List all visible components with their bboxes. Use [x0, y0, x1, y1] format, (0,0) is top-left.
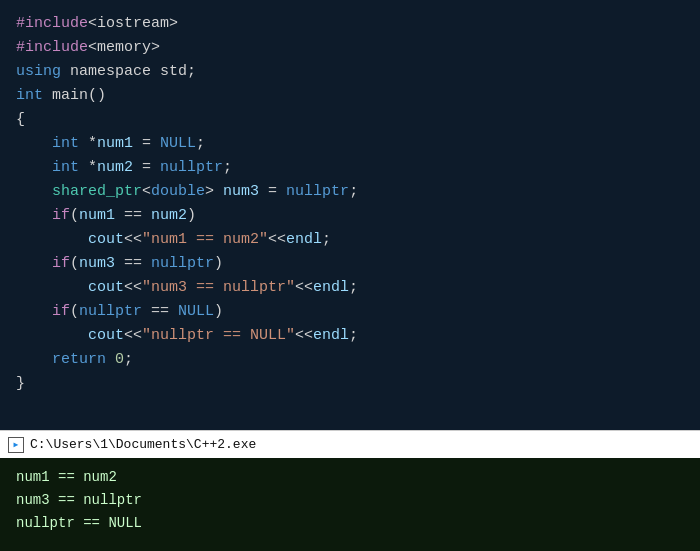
output-line-1: num1 == num2 [16, 466, 684, 489]
preprocessor: #include [16, 36, 88, 60]
code-line: if(nullptr == NULL) [16, 300, 684, 324]
terminal-icon [8, 437, 24, 453]
program-output: num1 == num2 num3 == nullptr nullptr == … [0, 458, 700, 551]
code-line: } [16, 372, 684, 396]
code-line: using namespace std; [16, 60, 684, 84]
output-line-3: nullptr == NULL [16, 512, 684, 535]
code-line: int *num1 = NULL; [16, 132, 684, 156]
code-line: shared_ptr<double> num3 = nullptr; [16, 180, 684, 204]
code-line: int main() [16, 84, 684, 108]
output-line-2: num3 == nullptr [16, 489, 684, 512]
code-line: return 0; [16, 348, 684, 372]
keyword: int [16, 84, 43, 108]
code-line: cout<<"nullptr == NULL"<<endl; [16, 324, 684, 348]
code-line: #include<memory> [16, 36, 684, 60]
code-line: #include<iostream> [16, 12, 684, 36]
code-line: cout<<"num1 == num2"<<endl; [16, 228, 684, 252]
preprocessor: #include [16, 12, 88, 36]
code-line: if(num1 == num2) [16, 204, 684, 228]
code-line: int *num2 = nullptr; [16, 156, 684, 180]
terminal-bar: C:\Users\1\Documents\C++2.exe [0, 430, 700, 458]
code-editor: #include<iostream> #include<memory> usin… [0, 0, 700, 430]
code-line: if(num3 == nullptr) [16, 252, 684, 276]
code-line: cout<<"num3 == nullptr"<<endl; [16, 276, 684, 300]
code-line: { [16, 108, 684, 132]
keyword: using [16, 60, 61, 84]
terminal-path: C:\Users\1\Documents\C++2.exe [30, 437, 256, 452]
